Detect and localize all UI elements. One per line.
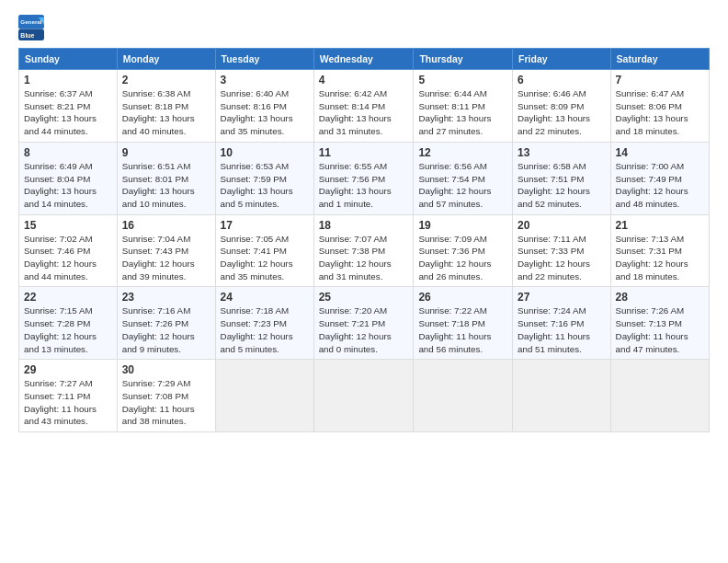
day-number: 2 (122, 74, 210, 86)
day-number: 9 (122, 146, 210, 159)
calendar-cell: 16Sunrise: 7:04 AM Sunset: 7:43 PM Dayli… (117, 214, 215, 287)
calendar-cell: 24Sunrise: 7:18 AM Sunset: 7:23 PM Dayli… (215, 287, 313, 360)
calendar-cell: 19Sunrise: 7:09 AM Sunset: 7:36 PM Dayli… (414, 214, 513, 287)
calendar-cell: 20Sunrise: 7:11 AM Sunset: 7:33 PM Dayli… (513, 214, 611, 287)
svg-text:General: General (20, 18, 41, 25)
day-info: Sunrise: 7:11 AM Sunset: 7:33 PM Dayligh… (518, 233, 606, 283)
calendar-cell: 28Sunrise: 7:26 AM Sunset: 7:13 PM Dayli… (610, 287, 709, 360)
calendar-cell: 22Sunrise: 7:15 AM Sunset: 7:28 PM Dayli… (19, 287, 118, 360)
day-number: 6 (518, 74, 606, 86)
day-number: 13 (518, 146, 606, 159)
day-number: 14 (616, 146, 704, 159)
calendar-cell: 8Sunrise: 6:49 AM Sunset: 8:04 PM Daylig… (19, 142, 118, 214)
day-number: 24 (221, 291, 309, 304)
calendar-cell: 23Sunrise: 7:16 AM Sunset: 7:26 PM Dayli… (117, 287, 215, 360)
calendar-cell: 4Sunrise: 6:42 AM Sunset: 8:14 PM Daylig… (313, 70, 414, 143)
day-number: 23 (122, 291, 210, 304)
calendar-cell: 29Sunrise: 7:27 AM Sunset: 7:11 PM Dayli… (19, 360, 118, 432)
calendar-cell: 2Sunrise: 6:38 AM Sunset: 8:18 PM Daylig… (117, 70, 215, 143)
day-number: 8 (24, 146, 112, 159)
calendar-cell: 7Sunrise: 6:47 AM Sunset: 8:06 PM Daylig… (610, 70, 709, 143)
page-container: General Blue Sunday Monday Tuesday Wedne… (0, 0, 728, 442)
day-info: Sunrise: 6:46 AM Sunset: 8:09 PM Dayligh… (518, 87, 606, 138)
day-number: 28 (616, 291, 704, 304)
calendar-row-4: 29Sunrise: 7:27 AM Sunset: 7:11 PM Dayli… (19, 360, 710, 432)
calendar-cell: 15Sunrise: 7:02 AM Sunset: 7:46 PM Dayli… (19, 214, 118, 287)
calendar-cell (513, 360, 611, 432)
calendar-cell: 10Sunrise: 6:53 AM Sunset: 7:59 PM Dayli… (215, 142, 313, 214)
day-info: Sunrise: 7:15 AM Sunset: 7:28 PM Dayligh… (24, 304, 112, 355)
col-saturday: Saturday (610, 49, 709, 70)
day-info: Sunrise: 7:22 AM Sunset: 7:18 PM Dayligh… (418, 304, 507, 355)
day-number: 11 (319, 146, 409, 159)
day-info: Sunrise: 7:29 AM Sunset: 7:08 PM Dayligh… (122, 377, 210, 428)
day-info: Sunrise: 7:18 AM Sunset: 7:23 PM Dayligh… (221, 304, 309, 355)
svg-text:Blue: Blue (20, 32, 34, 39)
col-tuesday: Tuesday (215, 49, 313, 70)
calendar-body: 1Sunrise: 6:37 AM Sunset: 8:21 PM Daylig… (19, 70, 710, 432)
calendar-table: Sunday Monday Tuesday Wednesday Thursday… (18, 48, 710, 432)
calendar-cell: 13Sunrise: 6:58 AM Sunset: 7:51 PM Dayli… (513, 142, 611, 214)
calendar-cell (313, 360, 414, 432)
logo-icon: General Blue (18, 15, 44, 40)
day-info: Sunrise: 7:20 AM Sunset: 7:21 PM Dayligh… (319, 304, 409, 355)
calendar-cell: 18Sunrise: 7:07 AM Sunset: 7:38 PM Dayli… (313, 214, 414, 287)
calendar-cell (414, 360, 513, 432)
day-info: Sunrise: 7:00 AM Sunset: 7:49 PM Dayligh… (616, 160, 704, 211)
day-info: Sunrise: 6:58 AM Sunset: 7:51 PM Dayligh… (518, 160, 606, 211)
day-number: 3 (221, 74, 309, 86)
day-info: Sunrise: 6:51 AM Sunset: 8:01 PM Dayligh… (122, 160, 210, 211)
calendar-cell: 25Sunrise: 7:20 AM Sunset: 7:21 PM Dayli… (313, 287, 414, 360)
calendar-row-0: 1Sunrise: 6:37 AM Sunset: 8:21 PM Daylig… (19, 70, 710, 143)
day-info: Sunrise: 6:40 AM Sunset: 8:16 PM Dayligh… (221, 87, 309, 138)
calendar-cell (610, 360, 709, 432)
calendar-cell: 6Sunrise: 6:46 AM Sunset: 8:09 PM Daylig… (513, 70, 611, 143)
day-info: Sunrise: 6:42 AM Sunset: 8:14 PM Dayligh… (319, 87, 409, 138)
header-row: Sunday Monday Tuesday Wednesday Thursday… (19, 49, 710, 70)
day-number: 22 (24, 291, 112, 304)
day-info: Sunrise: 7:27 AM Sunset: 7:11 PM Dayligh… (24, 377, 112, 428)
day-number: 1 (24, 74, 112, 86)
calendar-cell: 3Sunrise: 6:40 AM Sunset: 8:16 PM Daylig… (215, 70, 313, 143)
col-wednesday: Wednesday (313, 49, 414, 70)
day-info: Sunrise: 7:26 AM Sunset: 7:13 PM Dayligh… (616, 304, 704, 355)
day-number: 7 (616, 74, 704, 86)
day-number: 4 (319, 74, 409, 86)
day-number: 16 (122, 219, 210, 232)
header: General Blue (18, 15, 710, 40)
day-info: Sunrise: 6:56 AM Sunset: 7:54 PM Dayligh… (418, 160, 507, 211)
day-number: 15 (24, 219, 112, 232)
col-friday: Friday (513, 49, 611, 70)
day-number: 12 (418, 146, 507, 159)
calendar-row-2: 15Sunrise: 7:02 AM Sunset: 7:46 PM Dayli… (19, 214, 710, 287)
calendar-row-1: 8Sunrise: 6:49 AM Sunset: 8:04 PM Daylig… (19, 142, 710, 214)
logo: General Blue (18, 15, 44, 40)
calendar-cell: 12Sunrise: 6:56 AM Sunset: 7:54 PM Dayli… (414, 142, 513, 214)
calendar-cell: 21Sunrise: 7:13 AM Sunset: 7:31 PM Dayli… (610, 214, 709, 287)
day-info: Sunrise: 7:05 AM Sunset: 7:41 PM Dayligh… (221, 233, 309, 283)
col-thursday: Thursday (414, 49, 513, 70)
day-number: 5 (418, 74, 507, 86)
day-number: 29 (24, 363, 112, 376)
day-info: Sunrise: 6:55 AM Sunset: 7:56 PM Dayligh… (319, 160, 409, 211)
day-info: Sunrise: 7:13 AM Sunset: 7:31 PM Dayligh… (616, 233, 704, 283)
day-number: 18 (319, 219, 409, 232)
calendar-cell: 30Sunrise: 7:29 AM Sunset: 7:08 PM Dayli… (117, 360, 215, 432)
calendar-cell: 11Sunrise: 6:55 AM Sunset: 7:56 PM Dayli… (313, 142, 414, 214)
day-number: 19 (418, 219, 507, 232)
col-sunday: Sunday (19, 49, 118, 70)
day-info: Sunrise: 6:38 AM Sunset: 8:18 PM Dayligh… (122, 87, 210, 138)
day-info: Sunrise: 6:47 AM Sunset: 8:06 PM Dayligh… (616, 87, 704, 138)
col-monday: Monday (117, 49, 215, 70)
day-number: 21 (616, 219, 704, 232)
calendar-cell: 14Sunrise: 7:00 AM Sunset: 7:49 PM Dayli… (610, 142, 709, 214)
day-info: Sunrise: 7:16 AM Sunset: 7:26 PM Dayligh… (122, 304, 210, 355)
day-info: Sunrise: 7:04 AM Sunset: 7:43 PM Dayligh… (122, 233, 210, 283)
day-number: 17 (221, 219, 309, 232)
calendar-row-3: 22Sunrise: 7:15 AM Sunset: 7:28 PM Dayli… (19, 287, 710, 360)
day-info: Sunrise: 6:49 AM Sunset: 8:04 PM Dayligh… (24, 160, 112, 211)
day-info: Sunrise: 7:09 AM Sunset: 7:36 PM Dayligh… (418, 233, 507, 283)
calendar-cell: 17Sunrise: 7:05 AM Sunset: 7:41 PM Dayli… (215, 214, 313, 287)
day-number: 10 (221, 146, 309, 159)
day-number: 27 (518, 291, 606, 304)
